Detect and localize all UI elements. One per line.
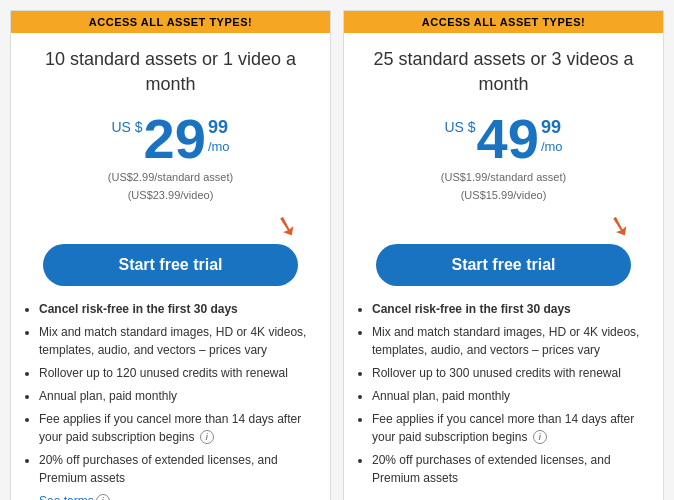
info-icon[interactable]: i bbox=[200, 430, 214, 444]
arrow-container: ➘ bbox=[43, 209, 298, 242]
feature-item: Mix and match standard images, HD or 4K … bbox=[39, 323, 312, 359]
plan-banner: ACCESS ALL ASSET TYPES! bbox=[11, 11, 330, 33]
arrow-icon: ➘ bbox=[271, 206, 302, 244]
info-icon[interactable]: i bbox=[96, 494, 110, 500]
feature-item: Cancel risk-free in the first 30 days bbox=[39, 300, 312, 318]
plan-card-2: ACCESS ALL ASSET TYPES!25 standard asset… bbox=[343, 10, 664, 500]
price-breakdown: (US$2.99/standard asset)(US$23.99/video) bbox=[108, 169, 233, 204]
start-trial-button[interactable]: Start free trial bbox=[376, 244, 631, 286]
feature-item: Cancel risk-free in the first 30 days bbox=[372, 300, 645, 318]
see-terms-link[interactable]: See terms bbox=[39, 494, 94, 500]
price-cents: 99 bbox=[208, 117, 230, 139]
price-cents: 99 bbox=[541, 117, 563, 139]
arrow-icon: ➘ bbox=[604, 206, 635, 244]
feature-item: Annual plan, paid monthly bbox=[39, 387, 312, 405]
plan-banner: ACCESS ALL ASSET TYPES! bbox=[344, 11, 663, 33]
price-main: 49 bbox=[477, 111, 539, 167]
price-main: 29 bbox=[144, 111, 206, 167]
feature-item: 20% off purchases of extended licenses, … bbox=[372, 451, 645, 487]
plans-container: ACCESS ALL ASSET TYPES!10 standard asset… bbox=[10, 10, 664, 500]
feature-item: Annual plan, paid monthly bbox=[372, 387, 645, 405]
features-list: Cancel risk-free in the first 30 daysMix… bbox=[11, 300, 330, 500]
start-trial-button[interactable]: Start free trial bbox=[43, 244, 298, 286]
feature-item: Rollover up to 300 unused credits with r… bbox=[372, 364, 645, 382]
plan-title: 10 standard assets or 1 video a month bbox=[11, 33, 330, 105]
arrow-container: ➘ bbox=[376, 209, 631, 242]
plan-title: 25 standard assets or 3 videos a month bbox=[344, 33, 663, 105]
price-cents-mo: 99/mo bbox=[541, 117, 563, 154]
price-mo: /mo bbox=[541, 139, 563, 154]
feature-item: Mix and match standard images, HD or 4K … bbox=[372, 323, 645, 359]
price-currency: US $ bbox=[444, 119, 475, 135]
features-list: Cancel risk-free in the first 30 daysMix… bbox=[344, 300, 663, 500]
feature-item: Fee applies if you cancel more than 14 d… bbox=[39, 410, 312, 446]
price-mo: /mo bbox=[208, 139, 230, 154]
price-block: US $2999/mo bbox=[111, 111, 229, 167]
plan-card-1: ACCESS ALL ASSET TYPES!10 standard asset… bbox=[10, 10, 331, 500]
feature-item: 20% off purchases of extended licenses, … bbox=[39, 451, 312, 487]
info-icon[interactable]: i bbox=[533, 430, 547, 444]
price-breakdown: (US$1.99/standard asset)(US$15.99/video) bbox=[441, 169, 566, 204]
price-currency: US $ bbox=[111, 119, 142, 135]
price-block: US $4999/mo bbox=[444, 111, 562, 167]
price-cents-mo: 99/mo bbox=[208, 117, 230, 154]
feature-item: Rollover up to 120 unused credits with r… bbox=[39, 364, 312, 382]
feature-item: Fee applies if you cancel more than 14 d… bbox=[372, 410, 645, 446]
feature-item: See termsi bbox=[39, 492, 312, 500]
